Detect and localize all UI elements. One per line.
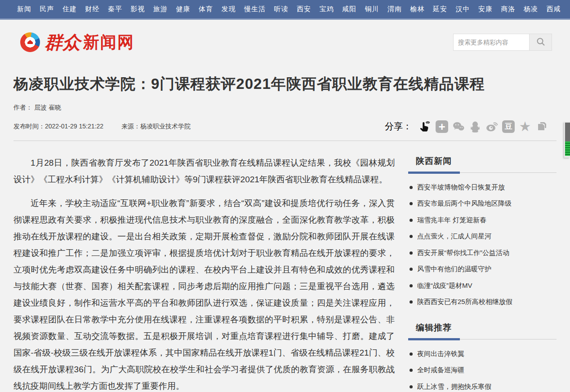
nav-item[interactable]: 体育: [199, 5, 213, 13]
nav-item[interactable]: 安康: [478, 5, 493, 13]
article-title: 杨凌职业技术学院：9门课程获评2021年陕西省职业教育在线精品课程: [13, 75, 557, 94]
nav-item[interactable]: 新闻: [17, 5, 31, 13]
nav-item[interactable]: 影视: [131, 5, 145, 13]
nav-item[interactable]: 旅游: [153, 5, 168, 13]
nav-item[interactable]: 渭南: [387, 5, 402, 13]
news-list-item[interactable]: 陕西西安已有25所高校相继放假: [408, 294, 557, 310]
nav-item[interactable]: 咸阳: [342, 5, 356, 13]
sidebar: 陕西新闻 西安半坡博物馆今日恢复开放 西安市最后两个中风险地区降级 瑞雪兆丰年 …: [408, 147, 557, 392]
article-paragraph: 1月28日，陕西省教育厅发布了2021年陕西省职业教育在线精品课程认定结果，我校…: [13, 154, 395, 188]
nav-item[interactable]: 杨凌: [524, 5, 538, 13]
news-list-item[interactable]: 风雪中有他们的温暖守护: [408, 261, 557, 277]
search-input[interactable]: [453, 34, 530, 51]
article-meta: 发布时间：2022-01-29 15:21:22 来源：杨凌职业技术学院: [13, 123, 191, 131]
news-list-item[interactable]: 点点萤火，汇成人间星河: [408, 228, 557, 245]
sidebar-section-header-editor-picks: 编辑推荐: [408, 322, 557, 339]
news-list-item[interactable]: 全时戒备巡海疆: [408, 362, 557, 379]
search-icon: [536, 37, 545, 48]
search-box: [453, 34, 552, 51]
news-list-item[interactable]: 临潼“战疫”题材MV: [408, 277, 557, 294]
nav-item[interactable]: 商洛: [501, 5, 516, 13]
share-bar: 分享： +: [385, 120, 548, 133]
news-list-item[interactable]: 西安半坡博物馆今日恢复开放: [408, 179, 557, 196]
floating-toolbar-stripes: [565, 141, 570, 156]
nav-item[interactable]: 秦平: [108, 5, 122, 13]
nav-item[interactable]: 慢生活: [244, 5, 266, 13]
qq-icon[interactable]: [468, 120, 482, 133]
article-head: 杨凌职业技术学院：9门课程获评2021年陕西省职业教育在线精品课程 作者： 屈波…: [0, 65, 570, 133]
news-list-item[interactable]: 瑞雪兆丰年 灯笼迎新春: [408, 212, 557, 229]
site-header: 群众 新闻网: [0, 20, 570, 65]
editor-picks-list: 夜间出击淬铁翼 全时戒备巡海疆 跃上冰雪，拥抱快乐寒假: [408, 346, 557, 392]
nav-item[interactable]: 民声: [40, 5, 54, 13]
article-source: 来源：杨凌职业技术学院: [121, 123, 191, 130]
logo-emblem-icon: [20, 32, 40, 52]
nav-item[interactable]: 住建: [62, 5, 77, 13]
hand-click-icon[interactable]: [419, 120, 432, 133]
nav-item[interactable]: 铜川: [365, 5, 379, 13]
nav-item[interactable]: 汉中: [456, 5, 470, 13]
search-button[interactable]: [530, 34, 552, 51]
nav-item[interactable]: 西咸: [547, 5, 561, 13]
article-paragraph: 近年来，学校主动适应“互联网+职业教育”新要求，结合“双高”建设和提质培优行动任…: [13, 195, 395, 392]
section-title: 陕西新闻: [416, 155, 557, 167]
floating-toolbar[interactable]: [564, 122, 570, 158]
nav-item[interactable]: 健康: [176, 5, 191, 13]
floating-toolbar-handle: [565, 123, 570, 141]
news-list-item[interactable]: 夜间出击淬铁翼: [408, 346, 557, 362]
share-label: 分享：: [385, 120, 412, 132]
nav-item[interactable]: 发现: [222, 5, 236, 13]
nav-item[interactable]: 榆林: [410, 5, 425, 13]
wechat-icon[interactable]: [452, 120, 465, 133]
share-more-icon[interactable]: +: [435, 120, 449, 133]
news-list-item[interactable]: 西安开展“帮你找工作”公益活动: [408, 245, 557, 261]
publish-time: 发布时间：2022-01-29 15:21:22: [13, 123, 103, 130]
logo-text: 新闻网: [83, 34, 134, 50]
site-logo[interactable]: 群众 新闻网: [20, 32, 134, 52]
news-list-item[interactable]: 跃上冰雪，拥抱快乐寒假: [408, 379, 557, 392]
shaanxi-news-list: 西安半坡博物馆今日恢复开放 西安市最后两个中风险地区降级 瑞雪兆丰年 灯笼迎新春…: [408, 179, 557, 310]
sidebar-section-header-shaanxi-news: 陕西新闻: [408, 155, 557, 173]
section-title: 编辑推荐: [416, 322, 557, 334]
article-body: 1月28日，陕西省教育厅发布了2021年陕西省职业教育在线精品课程认定结果，我校…: [13, 147, 395, 392]
logo-calligraphy-text: 群众: [45, 33, 80, 51]
nav-item[interactable]: 财经: [85, 5, 100, 13]
news-list-item[interactable]: 西安市最后两个中风险地区降级: [408, 195, 557, 212]
nav-item[interactable]: 听读: [274, 5, 289, 13]
nav-item[interactable]: 西安: [297, 5, 311, 13]
douban-icon[interactable]: 豆: [502, 120, 515, 133]
top-nav: 新闻 民声 住建 财经 秦平 影视 旅游 健康 体育 发现 慢生活 听读 西安 …: [0, 0, 570, 20]
weibo-icon[interactable]: [485, 120, 499, 133]
qzone-icon[interactable]: ★: [518, 120, 532, 133]
copy-icon[interactable]: [535, 120, 548, 133]
article-author: 作者： 屈波 崔晓: [13, 104, 557, 112]
nav-item[interactable]: 宝鸡: [320, 5, 334, 13]
nav-item[interactable]: 延安: [433, 5, 447, 13]
